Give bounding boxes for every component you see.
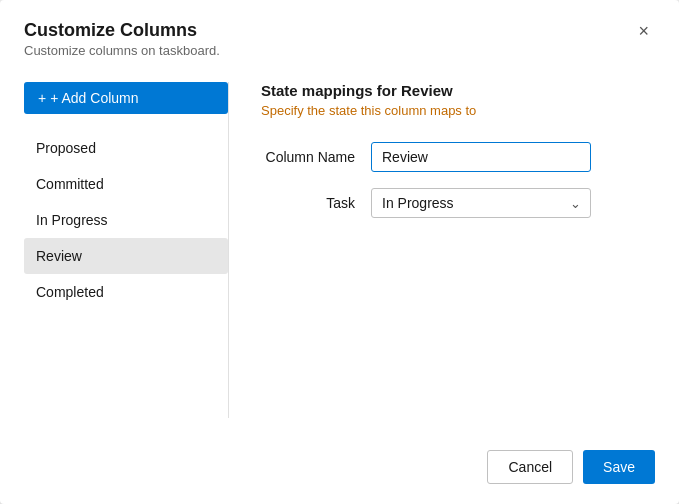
column-item-completed[interactable]: Completed <box>24 274 228 310</box>
customize-columns-dialog: Customize Columns Customize columns on t… <box>0 0 679 504</box>
task-select[interactable]: In Progress Proposed Active Resolved Clo… <box>371 188 591 218</box>
column-item-committed[interactable]: Committed <box>24 166 228 202</box>
dialog-header: Customize Columns Customize columns on t… <box>0 0 679 66</box>
add-column-button[interactable]: + + Add Column <box>24 82 228 114</box>
column-item-review[interactable]: Review <box>24 238 228 274</box>
column-item-in-progress[interactable]: In Progress <box>24 202 228 238</box>
plus-icon: + <box>38 90 46 106</box>
dialog-footer: Cancel Save <box>0 434 679 504</box>
title-text: Customize Columns <box>24 20 220 41</box>
close-button[interactable]: × <box>632 20 655 42</box>
dialog-body: + + Add Column Proposed Committed In Pro… <box>0 66 679 434</box>
left-panel: + + Add Column Proposed Committed In Pro… <box>0 82 228 418</box>
task-select-wrapper: In Progress Proposed Active Resolved Clo… <box>371 188 591 218</box>
task-label: Task <box>261 195 371 211</box>
add-column-label: + Add Column <box>50 90 138 106</box>
dialog-title: Customize Columns Customize columns on t… <box>24 20 220 58</box>
title-row: Customize Columns Customize columns on t… <box>24 20 655 58</box>
column-name-input[interactable] <box>371 142 591 172</box>
subtitle-text: Customize columns on taskboard. <box>24 43 220 58</box>
right-panel: State mappings for Review Specify the st… <box>229 82 655 418</box>
column-name-row: Column Name <box>261 142 655 172</box>
column-name-label: Column Name <box>261 149 371 165</box>
task-row: Task In Progress Proposed Active Resolve… <box>261 188 655 218</box>
column-item-proposed[interactable]: Proposed <box>24 130 228 166</box>
column-list: Proposed Committed In Progress Review Co… <box>24 130 228 310</box>
save-button[interactable]: Save <box>583 450 655 484</box>
mapping-subtitle: Specify the state this column maps to <box>261 103 655 118</box>
cancel-button[interactable]: Cancel <box>487 450 573 484</box>
mapping-title: State mappings for Review <box>261 82 655 99</box>
